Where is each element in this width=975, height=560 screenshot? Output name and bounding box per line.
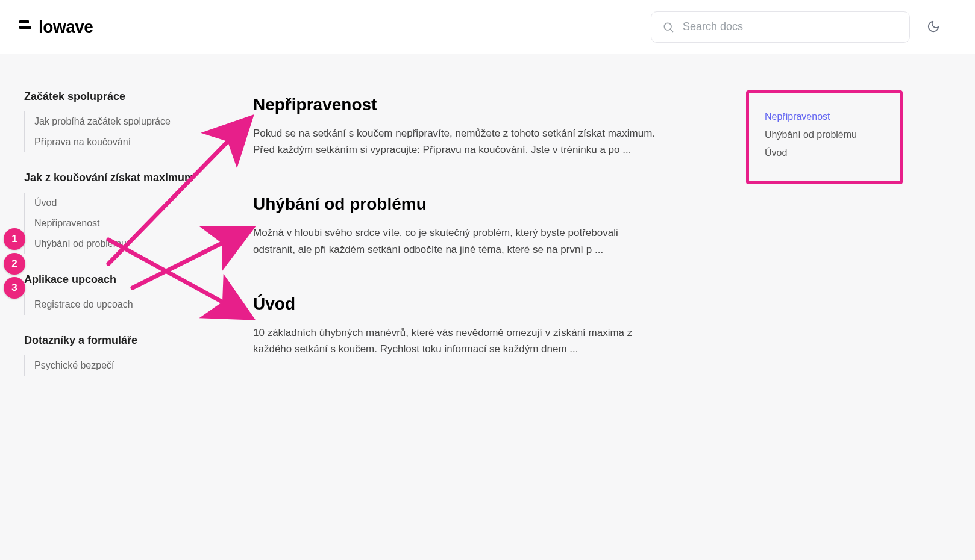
main-content: Nepřipravenost Pokud se na setkání s kou…: [253, 90, 663, 395]
svg-line-1: [671, 29, 673, 31]
article-uhybani[interactable]: Uhýbání od problému Možná v hloubi svého…: [253, 190, 663, 276]
logo-text: lowave: [39, 17, 93, 37]
sidebar-section-title: Jak z koučování získat maximum: [24, 172, 229, 184]
article-excerpt: Možná v hloubi svého srdce víte, co je s…: [253, 225, 663, 257]
article-title: Nepřipravenost: [253, 95, 663, 114]
sidebar-item[interactable]: Psychické bezpečí: [34, 355, 229, 376]
sidebar-item-nepripravenost[interactable]: Nepřipravenost: [34, 213, 229, 234]
sidebar-item[interactable]: Jak probíhá začátek spolupráce: [34, 111, 229, 132]
toc-item[interactable]: Nepřipravenost: [765, 108, 884, 126]
search-input[interactable]: [683, 20, 898, 33]
sidebar-section-title: Aplikace upcoach: [24, 273, 229, 286]
sidebar: Začátek spolupráce Jak probíhá začátek s…: [24, 90, 229, 395]
topbar: lowave: [0, 0, 975, 54]
sidebar-item[interactable]: Registrace do upcoach: [34, 294, 229, 315]
moon-icon: [927, 20, 940, 33]
logo[interactable]: lowave: [19, 17, 93, 37]
article-title: Uhýbání od problému: [253, 194, 663, 214]
toc-item[interactable]: Uhýbání od problému: [765, 126, 884, 144]
theme-toggle-button[interactable]: [927, 20, 956, 34]
article-title: Úvod: [253, 294, 663, 314]
article-excerpt: Pokud se na setkání s koučem nepřipravít…: [253, 125, 663, 158]
toc-item[interactable]: Úvod: [765, 144, 884, 162]
sidebar-item[interactable]: Příprava na koučování: [34, 132, 229, 152]
sidebar-section-title: Dotazníky a formuláře: [24, 334, 229, 347]
search-container[interactable]: [651, 11, 910, 43]
article-nepripravenost[interactable]: Nepřipravenost Pokud se na setkání s kou…: [253, 90, 663, 176]
sidebar-item-uhybani[interactable]: Uhýbání od problému: [34, 234, 229, 254]
svg-point-0: [664, 23, 671, 30]
sidebar-section-title: Začátek spolupráce: [24, 90, 229, 103]
logo-glyph-icon: [19, 19, 33, 36]
search-icon: [662, 21, 674, 33]
sidebar-item-uvod[interactable]: Úvod: [34, 193, 229, 213]
article-excerpt: 10 základních úhybných manévrů, které vá…: [253, 325, 663, 357]
article-uvod[interactable]: Úvod 10 základních úhybných manévrů, kte…: [253, 290, 663, 375]
toc-panel: Nepřipravenost Uhýbání od problému Úvod: [746, 90, 903, 184]
